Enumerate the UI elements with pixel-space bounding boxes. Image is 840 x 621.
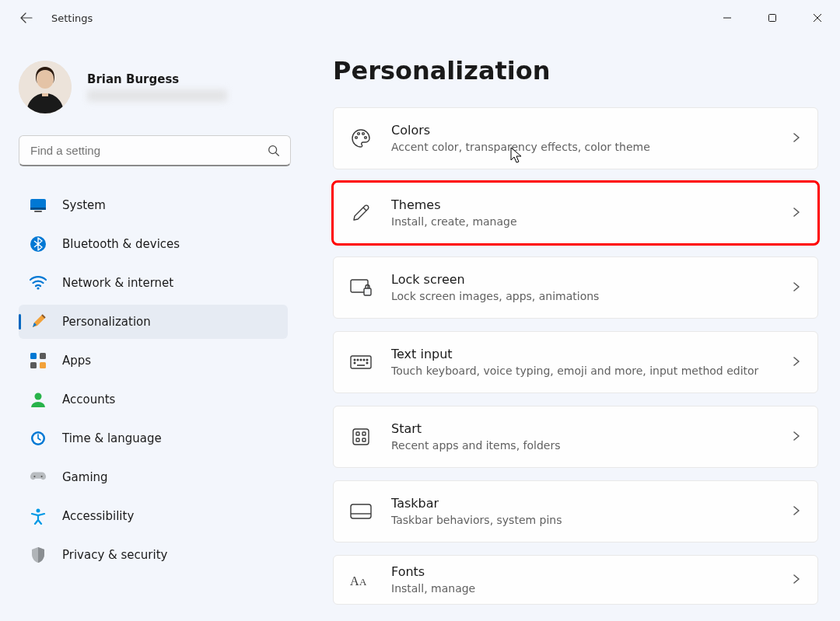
nav-item-privacy[interactable]: Privacy & security <box>19 538 288 572</box>
shield-icon <box>30 546 47 563</box>
svg-point-23 <box>362 133 365 135</box>
maximize-icon <box>768 13 777 23</box>
nav-item-label: Network & internet <box>62 276 173 290</box>
nav-item-label: Personalization <box>62 315 151 329</box>
svg-point-31 <box>363 359 365 361</box>
window-minimize-button[interactable] <box>705 0 750 36</box>
wifi-icon <box>30 274 47 291</box>
card-title: Taskbar <box>391 496 791 512</box>
svg-point-29 <box>357 359 359 361</box>
chevron-right-icon <box>791 281 802 295</box>
nav-item-apps[interactable]: Apps <box>19 344 288 378</box>
person-icon <box>30 391 47 408</box>
chevron-right-icon <box>791 355 802 370</box>
titlebar: Settings <box>0 0 840 36</box>
window-close-button[interactable] <box>795 0 840 36</box>
chevron-right-icon <box>791 504 802 519</box>
search-box[interactable] <box>19 135 291 166</box>
sidebar-nav[interactable]: System Bluetooth & devices Network & int… <box>19 188 302 600</box>
svg-rect-40 <box>362 438 366 441</box>
svg-point-24 <box>365 137 367 139</box>
svg-rect-13 <box>30 362 37 368</box>
card-title: Themes <box>391 197 791 214</box>
nav-item-network[interactable]: Network & internet <box>19 266 288 300</box>
card-fonts[interactable]: AA Fonts Install, manage <box>333 555 818 605</box>
accessibility-icon <box>30 508 47 525</box>
page-title: Personalization <box>333 56 818 85</box>
back-button[interactable] <box>17 9 36 27</box>
card-subtitle: Recent apps and items, folders <box>391 438 791 452</box>
content-area: Personalization Colors Accent color, tra… <box>310 36 840 621</box>
card-subtitle: Lock screen images, apps, animations <box>391 289 791 303</box>
svg-point-15 <box>35 393 42 400</box>
svg-point-22 <box>358 133 360 135</box>
avatar <box>19 61 72 113</box>
nav-item-gaming[interactable]: Gaming <box>19 460 288 494</box>
svg-point-21 <box>355 137 358 139</box>
search-input[interactable] <box>29 143 267 158</box>
svg-point-4 <box>269 145 277 153</box>
card-lock-screen[interactable]: Lock screen Lock screen images, apps, an… <box>333 256 818 319</box>
nav-item-personalization[interactable]: Personalization <box>19 305 288 339</box>
profile[interactable]: Brian Burgess <box>19 61 302 113</box>
card-title: Start <box>391 421 791 438</box>
svg-rect-1 <box>769 15 776 22</box>
system-icon <box>30 197 47 214</box>
svg-rect-14 <box>40 362 46 368</box>
nav-item-bluetooth[interactable]: Bluetooth & devices <box>19 227 288 261</box>
svg-rect-39 <box>356 438 359 441</box>
nav-item-accessibility[interactable]: Accessibility <box>19 499 288 533</box>
card-subtitle: Taskbar behaviors, system pins <box>391 513 791 527</box>
window-title: Settings <box>51 12 93 24</box>
close-icon <box>813 13 822 23</box>
clock-globe-icon <box>30 430 47 447</box>
svg-text:A: A <box>350 574 359 588</box>
svg-point-32 <box>366 359 368 361</box>
chevron-right-icon <box>791 573 802 588</box>
svg-point-18 <box>33 476 35 477</box>
lock-screen-icon <box>349 276 373 299</box>
nav-item-system[interactable]: System <box>19 188 288 222</box>
svg-rect-26 <box>364 288 371 295</box>
svg-point-28 <box>354 359 355 361</box>
card-colors[interactable]: Colors Accent color, transparency effect… <box>333 107 818 169</box>
nav-item-label: Gaming <box>62 470 108 484</box>
svg-point-20 <box>37 509 40 513</box>
bluetooth-icon <box>30 235 47 253</box>
profile-name: Brian Burgess <box>87 72 227 86</box>
svg-rect-37 <box>356 432 359 435</box>
settings-cards: Colors Accent color, transparency effect… <box>333 107 818 614</box>
card-text-input[interactable]: Text input Touch keyboard, voice typing,… <box>333 331 818 393</box>
svg-point-33 <box>354 362 355 364</box>
profile-email <box>87 89 227 102</box>
svg-point-10 <box>37 287 39 289</box>
svg-rect-12 <box>40 353 46 359</box>
nav-item-label: Apps <box>62 354 91 368</box>
svg-point-19 <box>40 476 42 477</box>
svg-point-34 <box>366 362 368 364</box>
card-title: Text input <box>391 347 791 363</box>
nav-item-time-language[interactable]: Time & language <box>19 421 288 455</box>
card-subtitle: Touch keyboard, voice typing, emoji and … <box>391 364 791 378</box>
apps-icon <box>30 352 47 369</box>
window-maximize-button[interactable] <box>750 0 795 36</box>
svg-rect-41 <box>351 504 371 518</box>
chevron-right-icon <box>791 131 802 146</box>
card-title: Lock screen <box>391 272 791 288</box>
svg-point-3 <box>37 70 54 89</box>
minimize-icon <box>723 13 732 23</box>
card-themes[interactable]: Themes Install, create, manage <box>333 182 818 244</box>
card-subtitle: Install, manage <box>391 581 791 595</box>
gamepad-icon <box>30 469 47 486</box>
svg-line-5 <box>276 152 279 155</box>
card-start[interactable]: Start Recent apps and items, folders <box>333 406 818 468</box>
palette-icon <box>349 127 373 150</box>
svg-rect-36 <box>353 429 369 445</box>
card-taskbar[interactable]: Taskbar Taskbar behaviors, system pins <box>333 480 818 543</box>
nav-item-accounts[interactable]: Accounts <box>19 382 288 417</box>
arrow-left-icon <box>20 12 33 24</box>
svg-rect-38 <box>362 432 366 435</box>
chevron-right-icon <box>791 206 802 221</box>
card-subtitle: Install, create, manage <box>391 215 791 229</box>
nav-item-label: System <box>62 198 106 212</box>
